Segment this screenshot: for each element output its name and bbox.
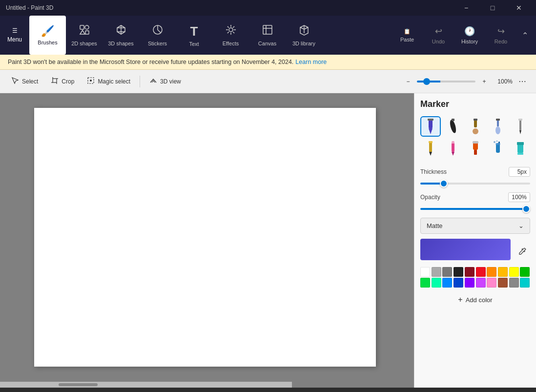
- svg-marker-39: [429, 152, 432, 156]
- color-lightgreen[interactable]: [420, 278, 430, 288]
- redo-icon: ↪: [497, 26, 505, 37]
- paste-icon: 📋: [404, 28, 411, 35]
- svg-rect-51: [495, 143, 500, 145]
- brush-eraser[interactable]: [510, 139, 531, 159]
- drawing-canvas[interactable]: [34, 108, 376, 367]
- horizontal-scrollbar[interactable]: [0, 382, 292, 388]
- svg-rect-28: [452, 119, 454, 121]
- minimize-button[interactable]: −: [455, 0, 477, 16]
- svg-line-10: [227, 26, 228, 28]
- 3d-view-button[interactable]: 3D view: [144, 74, 186, 89]
- brush-spray[interactable]: [488, 139, 508, 159]
- color-skyblue[interactable]: [442, 278, 452, 288]
- magic-select-button[interactable]: Magic select: [82, 74, 136, 89]
- select-button[interactable]: Select: [6, 74, 43, 89]
- color-yellow[interactable]: [509, 267, 519, 277]
- zoom-out-button[interactable]: −: [402, 76, 414, 87]
- color-darkred[interactable]: [465, 267, 474, 277]
- color-mint[interactable]: [432, 278, 441, 288]
- color-red[interactable]: [476, 267, 486, 277]
- close-button[interactable]: ✕: [508, 0, 530, 16]
- right-panel: Marker: [414, 93, 536, 388]
- brush-pencil[interactable]: [510, 116, 531, 137]
- matte-label: Matte: [427, 222, 443, 229]
- color-orange[interactable]: [487, 267, 496, 277]
- zoom-controls: − + 100%: [402, 76, 513, 87]
- svg-point-27: [449, 119, 457, 134]
- zoom-slider[interactable]: [417, 81, 475, 83]
- svg-marker-36: [519, 130, 521, 134]
- svg-point-49: [494, 141, 495, 143]
- notification-text: Paint 3D won't be available in the Micro…: [8, 59, 293, 65]
- history-button[interactable]: 🕐 History: [455, 16, 484, 55]
- toolbar-right: 📋 Paste ↩ Undo 🕐 History ↪ Redo ⌃: [392, 16, 536, 55]
- color-pink[interactable]: [487, 278, 496, 288]
- 3d-view-label: 3D view: [160, 78, 181, 85]
- opacity-slider[interactable]: [420, 208, 530, 210]
- svg-line-11: [233, 32, 234, 33]
- svg-marker-2: [80, 30, 85, 34]
- toolbar-effects[interactable]: Effects: [212, 16, 249, 55]
- add-color-button[interactable]: + Add color: [420, 291, 530, 308]
- svg-rect-45: [474, 150, 477, 155]
- collapse-button[interactable]: ⌃: [517, 31, 532, 40]
- paste-button[interactable]: 📋 Paste: [392, 16, 422, 55]
- select-label: Select: [22, 78, 38, 85]
- toolbar-brushes[interactable]: 🖌️ Brushes: [29, 16, 66, 55]
- color-black[interactable]: [454, 267, 463, 277]
- brush-calligraphy[interactable]: [443, 116, 463, 137]
- svg-rect-46: [473, 141, 478, 144]
- paste-label: Paste: [400, 37, 414, 42]
- svg-line-12: [227, 32, 228, 33]
- brush-crayon-pink[interactable]: [443, 139, 463, 159]
- learn-more-link[interactable]: Learn more: [295, 59, 327, 65]
- toolbar-canvas[interactable]: Canvas: [249, 16, 286, 55]
- thickness-label: Thickness 5px: [420, 167, 530, 177]
- canvas-area[interactable]: [0, 93, 414, 388]
- color-white[interactable]: [420, 267, 430, 277]
- color-teal[interactable]: [520, 278, 530, 288]
- brush-pencil-yellow[interactable]: [420, 139, 441, 159]
- toolbar-3d-library[interactable]: 3D library: [286, 16, 322, 55]
- history-label: History: [461, 39, 478, 44]
- menu-button[interactable]: ☰ Menu: [0, 16, 29, 55]
- brush-watercolor[interactable]: [488, 116, 508, 137]
- toolbar-2d-shapes[interactable]: 2D shapes: [66, 16, 103, 55]
- color-gray[interactable]: [442, 267, 452, 277]
- brush-marker-orange[interactable]: [465, 139, 486, 159]
- color-amber[interactable]: [498, 267, 508, 277]
- color-brown[interactable]: [498, 278, 508, 288]
- scrollbar-thumb[interactable]: [59, 383, 98, 386]
- thickness-value: 5px: [509, 167, 530, 177]
- canvas-icon: [262, 24, 273, 39]
- color-blue[interactable]: [454, 278, 463, 288]
- color-lightgray[interactable]: [432, 267, 441, 277]
- svg-point-50: [496, 141, 498, 142]
- color-green[interactable]: [520, 267, 530, 277]
- toolbar-text[interactable]: T Text: [176, 16, 212, 55]
- thickness-slider[interactable]: [420, 183, 530, 185]
- svg-rect-43: [451, 141, 455, 144]
- matte-dropdown[interactable]: Matte ⌄: [420, 218, 530, 234]
- magic-select-icon: [87, 77, 95, 86]
- svg-rect-34: [496, 119, 500, 121]
- toolbar-stickers[interactable]: Stickers: [139, 16, 176, 55]
- maximize-button[interactable]: □: [481, 0, 504, 16]
- color-violet[interactable]: [476, 278, 486, 288]
- more-options-button[interactable]: ⋯: [515, 75, 530, 88]
- toolbar-3d-shapes[interactable]: 3D shapes: [103, 16, 139, 55]
- brush-marker[interactable]: [420, 116, 441, 137]
- zoom-in-button[interactable]: +: [478, 76, 490, 87]
- 2d-shapes-icon: [79, 24, 90, 39]
- panel-title: Marker: [420, 99, 530, 109]
- brush-oil[interactable]: [465, 116, 486, 137]
- color-medgray[interactable]: [509, 278, 519, 288]
- separator-1: [140, 76, 140, 87]
- crop-button[interactable]: Crop: [45, 74, 80, 89]
- eyedropper-button[interactable]: [515, 244, 530, 259]
- svg-rect-3: [85, 31, 89, 34]
- svg-point-1: [85, 25, 89, 29]
- select-icon: [11, 77, 19, 86]
- selected-color-swatch[interactable]: [420, 239, 511, 260]
- color-purple[interactable]: [465, 278, 474, 288]
